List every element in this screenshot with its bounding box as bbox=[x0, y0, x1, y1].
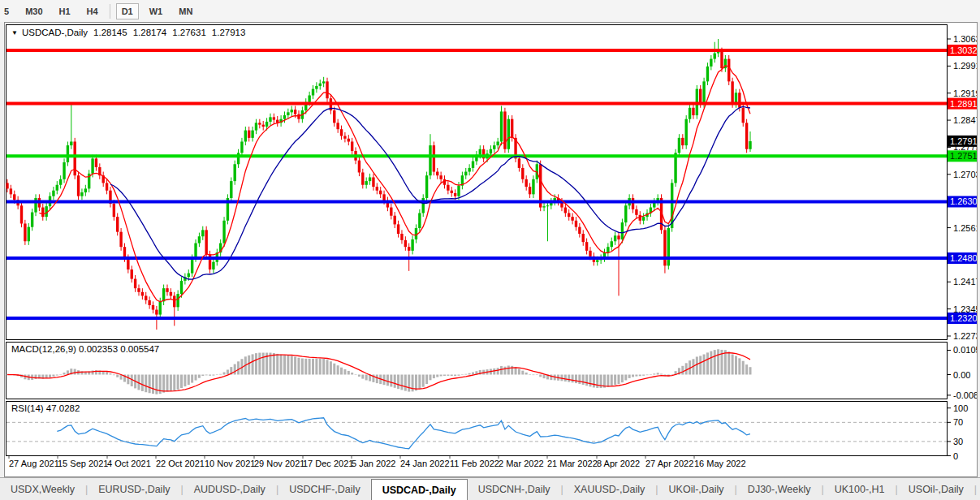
macd-name: MACD(12,26,9) bbox=[11, 344, 76, 354]
tab-uk100-h1[interactable]: UK100-,H1 bbox=[824, 478, 896, 500]
svg-text:17 Dec 2021: 17 Dec 2021 bbox=[303, 459, 353, 468]
tab-usdcad-daily[interactable]: USDCAD-,Daily bbox=[371, 479, 468, 500]
chart-canvas[interactable]: 1.306301.299101.291901.284701.277501.270… bbox=[5, 23, 977, 476]
tab-usdchf-daily[interactable]: USDCHF-,Daily bbox=[278, 478, 371, 500]
svg-text:4 Oct 2021: 4 Oct 2021 bbox=[107, 459, 151, 468]
timeframe-toolbar: 5M30H1H4D1W1MN bbox=[0, 0, 980, 22]
svg-text:1.28912: 1.28912 bbox=[950, 99, 977, 109]
svg-text:10 Nov 2021: 10 Nov 2021 bbox=[205, 459, 255, 468]
svg-text:27 Aug 2021: 27 Aug 2021 bbox=[9, 459, 59, 468]
svg-text:1.29910: 1.29910 bbox=[953, 61, 977, 71]
timeframe-button-d1[interactable]: D1 bbox=[116, 3, 139, 19]
timeframe-button-w1[interactable]: W1 bbox=[144, 3, 169, 19]
svg-text:0.00: 0.00 bbox=[953, 370, 970, 380]
macd-values: 0.002353 0.005547 bbox=[79, 344, 159, 354]
tab-ukoil-daily[interactable]: UKOil-,Daily bbox=[658, 478, 735, 500]
chart-open-value: 1.28145 bbox=[93, 28, 127, 37]
chart-tabbar: USDX,Weekly|EURUSD-,Daily|AUDUSD-,Daily|… bbox=[0, 477, 980, 500]
toolbar-separator bbox=[110, 4, 110, 19]
svg-text:1.23450: 1.23450 bbox=[953, 304, 977, 314]
tab-usoil-daily[interactable]: USOil-,Daily bbox=[898, 478, 974, 500]
timeframe-button-5[interactable]: 5 bbox=[0, 3, 15, 19]
svg-text:8 Apr 2022: 8 Apr 2022 bbox=[597, 459, 640, 468]
svg-text:21 Mar 2022: 21 Mar 2022 bbox=[547, 459, 598, 468]
svg-text:70: 70 bbox=[953, 417, 963, 427]
chart-symbol: USDCAD-,Daily bbox=[22, 28, 88, 37]
svg-text:1.25610: 1.25610 bbox=[953, 223, 977, 233]
svg-text:15 Sep 2021: 15 Sep 2021 bbox=[58, 459, 108, 468]
tab-eurusd-daily[interactable]: EURUSD-,Daily bbox=[88, 478, 180, 500]
timeframe-button-mn[interactable]: MN bbox=[173, 3, 198, 19]
svg-text:1.30328: 1.30328 bbox=[950, 45, 977, 55]
tab-xauusd-daily[interactable]: XAUUSD-,Daily bbox=[563, 478, 656, 500]
svg-text:2 Mar 2022: 2 Mar 2022 bbox=[499, 459, 544, 468]
svg-text:1.27515: 1.27515 bbox=[950, 151, 977, 161]
svg-text:1.23203: 1.23203 bbox=[950, 313, 977, 323]
svg-text:0: 0 bbox=[953, 451, 958, 461]
rsi-label: RSI(14) 47.0282 bbox=[11, 403, 80, 413]
svg-text:16 May 2022: 16 May 2022 bbox=[694, 459, 746, 468]
svg-text:30: 30 bbox=[953, 437, 963, 446]
price-axis: 1.306301.299101.291901.284701.277501.270… bbox=[947, 34, 977, 341]
svg-text:1.28470: 1.28470 bbox=[953, 115, 977, 125]
tab-hk50-h[interactable]: HK50-,H bbox=[977, 478, 980, 500]
svg-text:1.27913: 1.27913 bbox=[950, 136, 977, 146]
chart-close-value: 1.27913 bbox=[212, 28, 246, 37]
chart-title: ▼USDCAD-,Daily1.281451.281741.276311.279… bbox=[11, 28, 245, 37]
svg-text:1.24800: 1.24800 bbox=[950, 253, 977, 263]
tab-audusd-daily[interactable]: AUDUSD-,Daily bbox=[183, 478, 276, 500]
svg-text:22 Oct 2021: 22 Oct 2021 bbox=[156, 459, 205, 468]
panel-borders bbox=[6, 25, 948, 456]
svg-text:0.010578: 0.010578 bbox=[953, 345, 977, 355]
date-axis: 27 Aug 202115 Sep 20214 Oct 202122 Oct 2… bbox=[9, 456, 746, 468]
tab-dj30-weekly[interactable]: DJ30-,Weekly bbox=[737, 478, 822, 500]
tab-usdcnh-daily[interactable]: USDCNH-,Daily bbox=[468, 478, 561, 500]
svg-text:1.27030: 1.27030 bbox=[953, 170, 977, 179]
timeframe-button-m30[interactable]: M30 bbox=[19, 3, 48, 19]
tab-usdx-weekly[interactable]: USDX,Weekly bbox=[0, 478, 85, 500]
indicator-axes: 0.0105780.00-0.0089610070300 bbox=[947, 345, 977, 460]
macd-label: MACD(12,26,9) 0.002353 0.005547 bbox=[11, 344, 159, 354]
chart-low-value: 1.27631 bbox=[172, 28, 206, 37]
rsi-name: RSI(14) bbox=[11, 403, 44, 413]
svg-text:11 Feb 2022: 11 Feb 2022 bbox=[450, 459, 499, 468]
svg-text:24 Jan 2022: 24 Jan 2022 bbox=[400, 459, 450, 468]
timeframe-button-h1[interactable]: H1 bbox=[54, 3, 76, 19]
svg-text:1.30630: 1.30630 bbox=[953, 34, 977, 44]
rsi-value: 47.0282 bbox=[46, 403, 80, 413]
chart-window: 1.306301.299101.291901.284701.277501.270… bbox=[4, 22, 978, 477]
timeframe-button-h4[interactable]: H4 bbox=[81, 3, 104, 19]
svg-text:1.26303: 1.26303 bbox=[950, 196, 977, 206]
symbol-dropdown-icon[interactable]: ▼ bbox=[11, 29, 18, 37]
svg-text:-0.00896: -0.00896 bbox=[953, 390, 977, 400]
svg-text:5 Jan 2022: 5 Jan 2022 bbox=[352, 459, 395, 468]
chart-high-value: 1.28174 bbox=[133, 28, 167, 37]
svg-text:27 Apr 2022: 27 Apr 2022 bbox=[645, 459, 693, 468]
svg-text:1.29190: 1.29190 bbox=[953, 88, 977, 98]
svg-text:29 Nov 2021: 29 Nov 2021 bbox=[254, 459, 304, 468]
svg-text:1.24170: 1.24170 bbox=[953, 277, 977, 287]
svg-text:100: 100 bbox=[953, 403, 968, 413]
svg-text:1.22730: 1.22730 bbox=[953, 331, 977, 341]
